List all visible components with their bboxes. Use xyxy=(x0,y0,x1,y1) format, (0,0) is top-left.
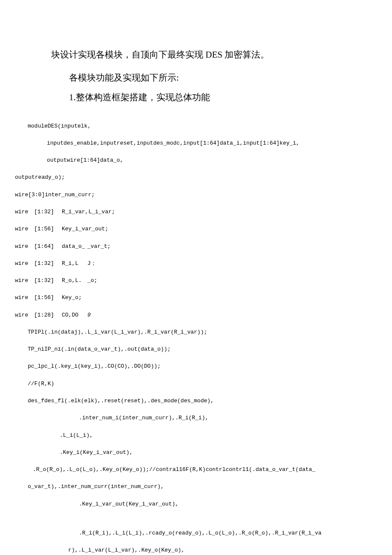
code-line: TPIPl(.in(dataj),.L_i_var(L_i_var),.R_i_… xyxy=(15,328,349,337)
heading-line-2: 各模块功能及实现如下所示: xyxy=(51,70,349,86)
document-page: 块设计实现各模块，自顶向下最终实现 DES 加密算法。 各模块功能及实现如下所示… xyxy=(0,0,392,555)
code-line: //F(R,K) xyxy=(15,380,349,388)
heading-line-1: 块设计实现各模块，自顶向下最终实现 DES 加密算法。 xyxy=(51,47,349,63)
code-line: wire[3:0]inter_num_curr; xyxy=(15,191,349,199)
code-line: .Key_i_var_out(Key_i_var_out), xyxy=(15,500,349,509)
code-line: pc_lpc_l(.key_i(key_i),.CO(CO),.DO(DO)); xyxy=(15,362,349,371)
code-line: .Key_i(Key_i_var_out), xyxy=(15,448,349,457)
code-line: moduleDES(inputelk, xyxy=(15,122,349,131)
code-line: wire[1:32]R_i,LJ； xyxy=(15,259,349,268)
code-line: .R_i(R_i),.L_i(L_i),.rcady_o(ready_o),.L… xyxy=(15,529,349,538)
code-line: .R_o(R_o),.L_o(L_o),.Key_o(Key_o));//con… xyxy=(15,465,349,474)
code-line: wire[1:56]Key_i_var_out; xyxy=(15,225,349,233)
code-line: r),.L_i_var(L_i_var),.Key_o(Key_o), xyxy=(15,546,349,555)
code-line: wire[1:64]data_o__var_t; xyxy=(15,242,349,251)
section-heading: 块设计实现各模块，自顶向下最终实现 DES 加密算法。 各模块功能及实现如下所示… xyxy=(51,47,349,105)
code-line: des_fdes_fl(.elk(elk),.reset(reset),.des… xyxy=(15,397,349,405)
code-line: wire[1:56]Key_o; xyxy=(15,293,349,302)
code-line: TP_niIP_ni(.in(data_o_var_t),.out(data_o… xyxy=(15,345,349,354)
code-line: inputdes_enable,inputreset,inputdes_modc… xyxy=(15,139,349,148)
code-line: o_var_t),.inter_num_curr(inter_num_curr)… xyxy=(15,482,349,491)
code-block: moduleDES(inputelk, inputdes_enable,inpu… xyxy=(15,113,349,555)
code-line: outputready_o); xyxy=(15,173,349,182)
code-line: wire[1:32]R_o,L._o; xyxy=(15,276,349,285)
code-line: .L_i(L_i), xyxy=(15,431,349,440)
code-line: .inter_num_i(inter_num_curr),.R_i(R_i), xyxy=(15,414,349,422)
code-line xyxy=(15,517,349,520)
code-line: wire[1:28]CO,DO9 xyxy=(15,311,349,320)
heading-line-3: 1.整体构造框架搭建，实现总体功能 xyxy=(51,90,349,106)
code-line: outputwire[1:64]data_o, xyxy=(15,156,349,165)
code-line: wire[1:32]R_i_var,L_i_var; xyxy=(15,208,349,216)
